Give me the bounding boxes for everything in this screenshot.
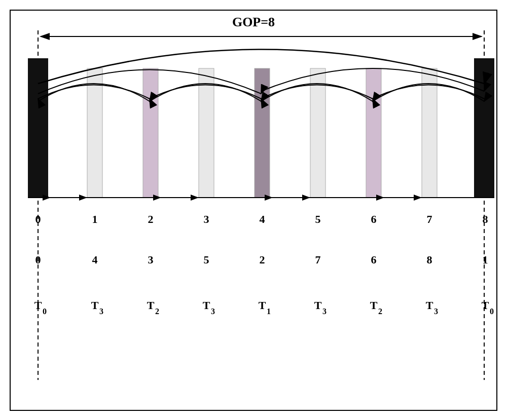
tier-8: T [482, 299, 489, 312]
tier-0-sub: 0 [43, 307, 47, 316]
tier-4-sub: 1 [267, 307, 271, 316]
frame-7-bar [422, 68, 437, 198]
frame-4-bar [255, 68, 270, 198]
tier-0: T [34, 299, 42, 312]
tier-4: T [259, 299, 266, 312]
idx-4: 4 [260, 213, 265, 225]
idx-0: 0 [35, 213, 41, 225]
idx-3: 3 [204, 213, 209, 225]
tier-6-sub: 2 [378, 307, 382, 316]
idx-5: 5 [315, 213, 321, 225]
tier-2-sub: 2 [155, 307, 159, 316]
idx-2: 2 [148, 213, 154, 225]
idx-6: 6 [371, 213, 377, 225]
tier-5-sub: 3 [322, 307, 327, 316]
tier-1: T [91, 299, 99, 312]
enc-3: 5 [204, 253, 209, 266]
tier-7: T [426, 299, 433, 312]
enc-2: 3 [148, 253, 154, 266]
enc-4: 2 [260, 253, 265, 266]
idx-7: 7 [427, 213, 432, 225]
frame-1-bar [87, 68, 102, 198]
frame-3-bar [199, 68, 214, 198]
enc-7: 8 [427, 253, 432, 266]
tier-1-sub: 3 [99, 307, 103, 316]
tier-8-sub: 0 [490, 307, 494, 316]
tier-3-sub: 3 [211, 307, 215, 316]
idx-1: 1 [92, 213, 98, 225]
tier-7-sub: 3 [434, 307, 438, 316]
frame-8-bar [474, 58, 494, 198]
frame-2-bar [143, 68, 158, 198]
enc-5: 7 [315, 253, 321, 266]
enc-1: 4 [92, 253, 98, 266]
frame-0-bar [28, 58, 48, 198]
idx-8: 8 [483, 213, 488, 225]
frame-6-bar [366, 68, 381, 198]
tier-6: T [370, 299, 378, 312]
tier-2: T [147, 299, 155, 312]
enc-0: 0 [35, 253, 41, 266]
frame-5-bar [310, 68, 325, 198]
svg-rect-0 [0, 0, 507, 420]
tier-3: T [203, 299, 210, 312]
enc-8: 1 [483, 253, 488, 266]
gop-label: GOP=8 [232, 15, 275, 29]
enc-6: 6 [371, 253, 377, 266]
tier-5: T [314, 299, 322, 312]
